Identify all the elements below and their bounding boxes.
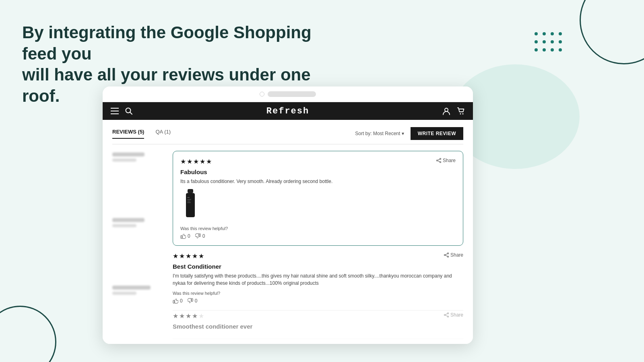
decorative-circle-bottom-left [0, 306, 56, 362]
write-review-button[interactable]: WRITE REVIEW [411, 127, 463, 140]
review-header-3: ★ ★ ★ ★ ★ [173, 312, 463, 320]
thumbs-up-count-1: 0 [188, 233, 190, 239]
svg-rect-1 [111, 111, 119, 111]
svg-point-28 [447, 313, 448, 314]
svg-line-31 [445, 314, 447, 315]
svg-line-12 [438, 161, 440, 162]
svg-line-11 [438, 159, 440, 160]
star-1-4: ★ [200, 158, 205, 165]
review-title-1: Fabulous [180, 169, 456, 175]
svg-rect-27 [192, 298, 193, 302]
review-title-2: Best Conditioner [173, 263, 463, 270]
star-2-1: ★ [173, 252, 178, 260]
thumbs-down-icon-1 [195, 233, 201, 239]
helpful-actions-1: 0 0 [180, 233, 456, 239]
share-icon-2 [444, 253, 449, 257]
svg-line-25 [445, 255, 447, 257]
share-button-1[interactable]: Share [436, 158, 456, 163]
thumbs-down-icon-2 [188, 298, 193, 304]
reviewer-sub-blur-2 [112, 224, 136, 227]
star-3-1: ★ [173, 312, 178, 320]
svg-point-6 [460, 113, 461, 115]
decorative-dots-grid [535, 32, 564, 53]
address-circle [260, 92, 264, 97]
thumbs-up-btn-1[interactable]: 0 [180, 233, 190, 239]
thumbs-up-icon-1 [180, 233, 186, 239]
thumbs-down-btn-1[interactable]: 0 [195, 233, 205, 239]
reviews-feed: ★ ★ ★ ★ ★ [173, 151, 463, 341]
content-layout: ★ ★ ★ ★ ★ [112, 151, 463, 341]
thumbs-up-count-2: 0 [180, 298, 183, 304]
share-button-3[interactable]: Share [444, 312, 463, 318]
browser-window: Refresh REVIEWS (5) QA (1) Sort by: Most [103, 86, 473, 344]
tabs-right: Sort by: Most Recent ▾ WRITE REVIEW [355, 127, 463, 140]
stars-3: ★ ★ ★ ★ ★ [173, 312, 204, 320]
browser-chrome [103, 86, 473, 102]
thumbs-down-count-2: 0 [195, 298, 198, 304]
svg-rect-18 [187, 202, 191, 203]
store-name: Refresh [266, 106, 309, 116]
share-label-3: Share [450, 312, 463, 318]
svg-rect-19 [181, 236, 182, 239]
address-pill [268, 91, 316, 97]
sort-label[interactable]: Sort by: Most Recent ▾ [355, 131, 404, 136]
svg-line-32 [445, 315, 447, 317]
reviewer-name-blur-3 [112, 286, 151, 290]
review-title-3: Smoothest conditioner ever [173, 323, 463, 330]
star-2-4: ★ [192, 252, 198, 260]
reviews-section: REVIEWS (5) QA (1) Sort by: Most Recent … [103, 120, 473, 344]
review-helpful-text-1: Was this review helpful? [180, 226, 456, 231]
svg-rect-0 [111, 108, 119, 109]
svg-point-10 [436, 160, 438, 161]
svg-point-7 [462, 113, 464, 115]
star-2-2: ★ [179, 252, 185, 260]
svg-point-23 [444, 255, 445, 256]
review-header-2: ★ ★ ★ ★ ★ [173, 252, 463, 260]
thumbs-up-icon-2 [173, 298, 178, 304]
star-3-3: ★ [186, 312, 191, 320]
svg-point-8 [440, 158, 441, 160]
review-body-1: Its a fabulous conditioner. Very smooth.… [180, 178, 456, 185]
product-thumbnail-1 [180, 189, 204, 221]
star-3-5: ★ [198, 312, 204, 320]
star-3-4: ★ [192, 312, 198, 320]
headline-line1: By integrating the Google Shopping feed … [22, 23, 312, 63]
reviewer-item-3 [112, 286, 165, 295]
cart-icon[interactable] [457, 107, 465, 115]
stars-1: ★ ★ ★ ★ ★ [180, 158, 212, 165]
share-label-2: Share [450, 252, 463, 258]
share-icon-1 [436, 158, 441, 163]
svg-line-4 [130, 112, 132, 114]
tabs-left: REVIEWS (5) QA (1) [112, 129, 171, 139]
helpful-actions-2: 0 0 [173, 298, 463, 304]
review-body-2: I'm totally satisfyng with these product… [173, 272, 463, 287]
thumbs-down-btn-2[interactable]: 0 [188, 298, 198, 304]
store-nav: Refresh [103, 102, 473, 120]
review-helpful-text-2: Was this review helpful? [173, 291, 463, 296]
review-card-2: ★ ★ ★ ★ ★ [173, 252, 463, 311]
hamburger-icon[interactable] [111, 108, 119, 114]
user-icon[interactable] [442, 107, 450, 115]
review-card-3: ★ ★ ★ ★ ★ [173, 312, 463, 339]
bottle-svg-1 [180, 189, 200, 221]
stars-2: ★ ★ ★ ★ ★ [173, 252, 204, 260]
tab-reviews[interactable]: REVIEWS (5) [112, 129, 144, 139]
svg-line-24 [445, 254, 447, 255]
thumbs-up-btn-2[interactable]: 0 [173, 298, 183, 304]
svg-point-9 [440, 162, 441, 163]
search-icon[interactable] [125, 107, 132, 115]
star-1-5: ★ [206, 158, 212, 165]
browser-address-bar [260, 91, 316, 97]
svg-point-5 [445, 108, 448, 111]
share-button-2[interactable]: Share [444, 252, 463, 258]
reviewer-name-blur-2 [112, 218, 144, 222]
tab-qa[interactable]: QA (1) [155, 129, 171, 139]
star-3-2: ★ [179, 312, 185, 320]
svg-point-29 [447, 316, 448, 317]
svg-rect-15 [187, 197, 190, 198]
sidebar-reviewers [112, 151, 165, 341]
review-header-1: ★ ★ ★ ★ ★ [180, 158, 456, 165]
svg-point-22 [447, 256, 448, 257]
nav-left [111, 107, 132, 115]
reviewer-item-2 [112, 218, 165, 227]
